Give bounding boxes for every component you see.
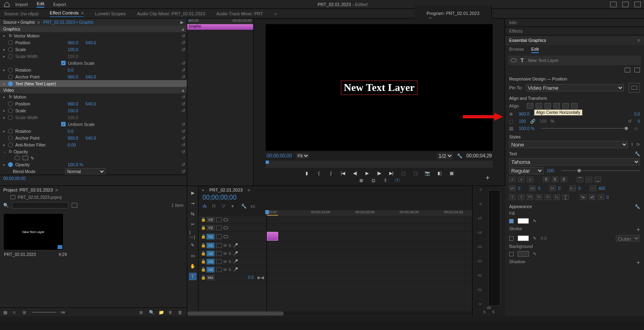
sync-lock-icon[interactable] <box>216 243 222 248</box>
font-weight-select[interactable]: Regular <box>509 167 543 174</box>
link-icon[interactable]: 🔗 <box>530 119 536 124</box>
track-v2[interactable]: V2 <box>206 225 215 231</box>
wrench-icon[interactable]: 🔧 <box>241 204 247 208</box>
share-icon[interactable] <box>622 2 629 7</box>
font-size-slider[interactable] <box>562 170 640 171</box>
pen-tool-icon[interactable]: ✎ <box>189 241 196 249</box>
eg-scale[interactable]: 100 <box>519 119 526 124</box>
sync-lock-icon[interactable] <box>216 234 222 239</box>
track-v1[interactable]: V1 <box>206 234 215 239</box>
program-fit-select[interactable]: Fit <box>296 153 309 159</box>
voice-record-icon[interactable]: 🎤 <box>233 243 238 248</box>
go-out-icon[interactable]: ▶| <box>388 170 394 176</box>
track-a2[interactable]: A2 <box>206 251 215 256</box>
align-center-v-icon[interactable] <box>562 103 569 109</box>
timeline-scrollbar[interactable] <box>187 311 497 316</box>
step-fwd-icon[interactable]: |▶ <box>376 170 382 176</box>
new-bin-icon[interactable]: 📁 <box>159 310 164 315</box>
sync-lock-icon[interactable] <box>216 225 222 230</box>
timeline-ruler[interactable]: 00;00 00;00;16;00 00;00;32;00 00;00;48;0… <box>267 210 505 216</box>
thumb-size-slider[interactable] <box>32 312 56 313</box>
eg-rotation[interactable]: 0 <box>638 119 640 124</box>
sync-lock-icon[interactable] <box>216 217 222 222</box>
align-center-h-icon[interactable] <box>536 103 542 109</box>
delete-icon[interactable]: 🗑 <box>178 310 184 315</box>
play-icon[interactable]: ▶ <box>364 170 370 176</box>
blend-mode-select[interactable]: Normal <box>65 168 105 175</box>
val-anchor-y[interactable]: 540.0 <box>85 74 96 79</box>
comparison-icon[interactable]: ◧ <box>436 170 443 176</box>
align-top-icon[interactable] <box>553 103 560 109</box>
lock-icon[interactable]: 🔒 <box>201 243 205 248</box>
program-playhead[interactable] <box>266 161 269 164</box>
stopwatch-icon[interactable] <box>8 47 13 52</box>
stroke-checkbox[interactable] <box>509 236 514 241</box>
eye-icon[interactable] <box>511 58 516 62</box>
mute-icon[interactable]: M <box>223 243 227 248</box>
leading-val[interactable]: 0 <box>558 186 567 191</box>
font-size[interactable]: 100 <box>547 168 559 173</box>
justify-left-icon[interactable]: ≣ <box>543 177 549 182</box>
stopwatch-icon[interactable] <box>8 129 13 134</box>
text-align-right-icon[interactable]: ≡ <box>527 177 533 182</box>
tab-effects[interactable]: Effects <box>505 27 644 35</box>
tracking-val[interactable]: 0 <box>518 186 527 191</box>
style-sync-icon[interactable]: ⟳ <box>636 142 640 147</box>
mask-ellipse-icon[interactable] <box>14 156 20 160</box>
lock-icon[interactable]: 🔒 <box>201 259 205 264</box>
caption-icon[interactable]: ⁝T⁝ <box>394 177 400 183</box>
lock-icon[interactable]: 🔒 <box>201 217 205 222</box>
sort-icon[interactable]: ≡▾ <box>60 310 66 315</box>
mask-rect-icon[interactable] <box>23 156 28 160</box>
go-in-icon[interactable]: |◀ <box>340 170 346 176</box>
eg-tab-edit[interactable]: Edit <box>531 47 539 53</box>
ltr-icon[interactable]: ¶▸ <box>580 194 586 200</box>
lock-icon[interactable]: 🔒 <box>201 275 205 280</box>
bin-icon[interactable] <box>72 203 77 208</box>
icon-view-icon[interactable]: ≡ <box>13 310 19 315</box>
superscript-icon[interactable]: T¹ <box>545 194 551 200</box>
workspace-icon[interactable] <box>610 2 617 7</box>
kerning-val[interactable]: 0 <box>538 186 547 191</box>
snap-icon[interactable]: ⁂ <box>202 204 208 208</box>
opacity-slider[interactable] <box>541 128 628 129</box>
freeform-icon[interactable]: ⊞ <box>23 310 28 315</box>
style-select[interactable]: None <box>509 141 628 148</box>
extract-icon[interactable]: ⬚ <box>412 170 419 176</box>
val-scale[interactable]: 100.0 <box>68 47 78 52</box>
tab-audio-clip-mixer[interactable]: Audio Clip Mixer: PRT_02.01.2023 <box>137 11 205 16</box>
add-shadow-icon[interactable]: + <box>637 259 640 266</box>
justify-right-icon[interactable]: ≣ <box>561 177 567 182</box>
program-zoom-select[interactable]: 1/2 <box>437 153 453 159</box>
program-ruler[interactable] <box>266 161 493 168</box>
track-a4[interactable]: A4 <box>206 267 215 272</box>
background-swatch[interactable] <box>518 251 529 257</box>
eyedropper-icon[interactable]: ✎ <box>533 236 537 241</box>
text-layer-on-canvas[interactable]: New Text Layer <box>341 80 417 95</box>
ec-timecode[interactable]: 00;00;00;00 <box>3 176 25 181</box>
track-a1[interactable]: A1 <box>206 243 215 248</box>
fullscreen-icon[interactable] <box>634 2 641 7</box>
menu-import[interactable]: Import <box>15 2 28 7</box>
lock-icon[interactable]: 🔒 <box>201 234 205 239</box>
eg-pos-y[interactable]: 0.0 <box>634 111 640 116</box>
tab-audio-track-mixer[interactable]: Audio Track Mixer: PRT <box>217 11 263 16</box>
stopwatch-icon[interactable] <box>8 101 13 106</box>
style-push-icon[interactable]: ⇪ <box>630 142 634 147</box>
auto-sequence-icon[interactable]: ⊞ <box>139 310 145 315</box>
solo-icon[interactable]: S <box>228 243 231 248</box>
uniform-scale-checkbox[interactable]: ✓ <box>61 61 66 65</box>
pin-box-icon[interactable] <box>629 83 640 93</box>
stopwatch-icon[interactable] <box>8 142 13 147</box>
insert-icon[interactable]: ⊞ <box>358 177 364 183</box>
home-icon[interactable] <box>3 1 10 8</box>
add-stroke-icon[interactable]: + <box>637 226 640 233</box>
digits-icon[interactable]: ≡ <box>598 194 604 200</box>
track-v3[interactable]: V3 <box>206 217 215 223</box>
find-icon[interactable]: 🔍 <box>149 310 155 315</box>
eye-icon[interactable] <box>223 235 228 238</box>
track-a3[interactable]: A3 <box>206 259 215 264</box>
val-anchor-x[interactable]: 960.0 <box>68 74 78 79</box>
text-wrench-icon[interactable]: 🔧 <box>635 151 640 157</box>
new-layer-icon[interactable] <box>625 68 630 72</box>
